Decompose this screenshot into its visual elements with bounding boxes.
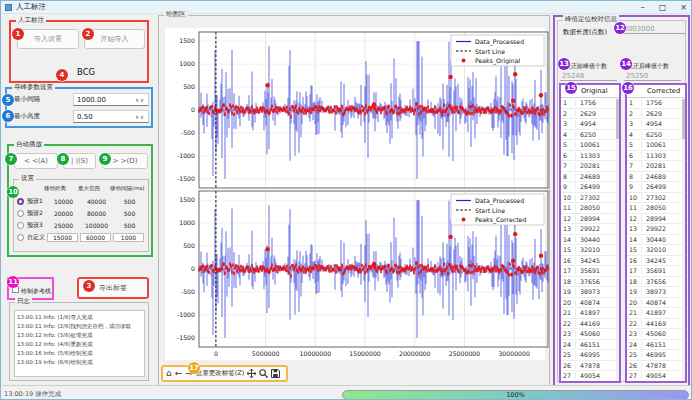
autoplay-prev-button[interactable]: < <(A) <box>14 153 58 169</box>
row-index: 14 <box>627 236 642 243</box>
table-row[interactable]: 1837656 <box>627 277 685 288</box>
table-row[interactable]: 1329922 <box>561 224 619 235</box>
preset-row[interactable]: 预设22000080000500 <box>17 208 149 219</box>
table-row[interactable]: 11756 <box>627 98 685 109</box>
chart-bottom[interactable]: Data_ProcessedStart LinePeaks_Corrected <box>159 189 551 350</box>
radio-unselected[interactable] <box>17 210 24 217</box>
table-row[interactable]: 46250 <box>561 130 619 141</box>
table-row[interactable]: 1329922 <box>627 224 685 235</box>
table-row[interactable]: 926499 <box>561 182 619 193</box>
table-row[interactable]: 1735691 <box>561 266 619 277</box>
table-row[interactable]: 611303 <box>561 151 619 162</box>
data-length-field[interactable]: 33003000 <box>617 25 685 34</box>
radio-unselected[interactable] <box>17 234 24 241</box>
app-window: 人工标注 – □ × 人工标注 导入设置 开始导入 BCG 寻峰参数设置 最小间… <box>0 0 692 400</box>
preset-input[interactable]: 15000 <box>47 233 78 242</box>
table-row[interactable]: 1430440 <box>627 235 685 246</box>
preset-input[interactable]: 1000 <box>113 233 144 242</box>
corrected-peaks-table[interactable]: Corrected 117562262934954462505100616113… <box>625 83 687 383</box>
table-row[interactable]: 2141897 <box>561 308 619 319</box>
table-row[interactable]: 2749054 <box>561 371 619 382</box>
min-interval-spinner[interactable]: 1000.00 ∧∨ <box>73 93 149 106</box>
table-row[interactable]: 1027302 <box>561 193 619 204</box>
save-icon[interactable] <box>271 369 280 378</box>
table-row[interactable]: 1938973 <box>561 287 619 298</box>
back-icon[interactable]: ← <box>175 367 183 380</box>
table-row[interactable]: 2749054 <box>627 371 685 382</box>
radio-selected[interactable] <box>17 198 24 205</box>
close-button[interactable]: × <box>680 1 687 14</box>
batch-change-labels-button[interactable]: 批量更改标签(Z) <box>196 369 245 378</box>
table-row[interactable]: 1837656 <box>561 277 619 288</box>
table-row[interactable]: 720281 <box>561 161 619 172</box>
table-row[interactable]: 1228994 <box>627 214 685 225</box>
table-row[interactable]: 1228994 <box>561 214 619 225</box>
table-row[interactable]: 1634245 <box>561 256 619 267</box>
min-height-spinner[interactable]: 0.50 ∧∨ <box>73 110 149 123</box>
preset-row[interactable]: 预设325000100000500 <box>17 220 149 231</box>
table-row[interactable]: 1532010 <box>627 245 685 256</box>
radio-unselected[interactable] <box>17 222 24 229</box>
table-row[interactable]: 2345060 <box>627 329 685 340</box>
table-row[interactable]: 1027302 <box>627 193 685 204</box>
table-row[interactable]: 1128050 <box>561 203 619 214</box>
table-row[interactable]: 1532010 <box>561 245 619 256</box>
preset-row[interactable]: 预设11000040000500 <box>17 196 149 207</box>
table-row[interactable]: 1735691 <box>627 266 685 277</box>
table-row[interactable]: 1938973 <box>627 287 685 298</box>
table-row[interactable]: 926499 <box>627 182 685 193</box>
table-row[interactable]: 1634245 <box>627 256 685 267</box>
corrected-table-scrollbar[interactable] <box>682 99 685 383</box>
table-row[interactable]: 2647878 <box>627 361 685 372</box>
table-row[interactable]: 2546995 <box>561 350 619 361</box>
import-settings-button[interactable]: 导入设置 <box>17 29 79 49</box>
table-row[interactable]: 2446151 <box>627 340 685 351</box>
svg-text:Data_Processed: Data_Processed <box>475 38 524 46</box>
table-row[interactable]: 2546995 <box>627 350 685 361</box>
spinner-up-down-icon[interactable]: ∧∨ <box>135 97 145 103</box>
table-row[interactable]: 22629 <box>627 109 685 120</box>
table-row[interactable]: 46250 <box>627 130 685 141</box>
zoom-icon[interactable] <box>259 369 268 378</box>
spinner-up-down-icon[interactable]: ∧∨ <box>135 114 145 120</box>
log-lines[interactable]: 13:00:11 Info: (1/6)导入完成13:00:11 Info: (… <box>14 310 145 377</box>
before-count-field[interactable]: 25248 <box>560 72 617 81</box>
minimize-button[interactable]: – <box>641 1 645 14</box>
table-row[interactable]: 2345060 <box>561 329 619 340</box>
original-peaks-table[interactable]: Original 1175622629349544625051006161130… <box>559 83 621 383</box>
preset-label: 自定义 <box>27 233 47 242</box>
table-row[interactable]: 34954 <box>561 119 619 130</box>
table-row[interactable]: 2244169 <box>627 319 685 330</box>
preset-value: 40000 <box>80 198 113 205</box>
table-row[interactable]: 510061 <box>627 140 685 151</box>
original-table-scrollbar[interactable] <box>616 99 619 383</box>
table-row[interactable]: 1128050 <box>627 203 685 214</box>
row-index: 18 <box>561 278 576 285</box>
table-row[interactable]: 2446151 <box>561 340 619 351</box>
annotation-badge: 6 <box>2 110 14 122</box>
table-row[interactable]: 1430440 <box>561 235 619 246</box>
table-row[interactable]: 824689 <box>561 172 619 183</box>
after-count-field[interactable]: 25250 <box>624 72 681 81</box>
table-row[interactable]: 720281 <box>627 161 685 172</box>
preset-row[interactable]: 自定义15000600001000 <box>17 232 149 243</box>
table-row[interactable]: 34954 <box>627 119 685 130</box>
table-row[interactable]: 2647878 <box>561 361 619 372</box>
annotation-badge: 9 <box>99 153 111 165</box>
maximize-button[interactable]: □ <box>659 1 667 14</box>
table-row[interactable]: 11756 <box>561 98 619 109</box>
pan-icon[interactable] <box>247 369 256 378</box>
y-tick-label: 0 <box>164 106 195 113</box>
table-row[interactable]: 2141897 <box>627 308 685 319</box>
chart-top[interactable]: Data_ProcessedStart LinePeaks_Original <box>159 30 551 191</box>
home-icon[interactable]: ⌂ <box>166 367 172 380</box>
table-row[interactable]: 2244169 <box>561 319 619 330</box>
table-row[interactable]: 611303 <box>627 151 685 162</box>
table-row[interactable]: 2040874 <box>627 298 685 309</box>
table-row[interactable]: 2040874 <box>561 298 619 309</box>
preset-input[interactable]: 60000 <box>80 233 111 242</box>
table-row[interactable]: 824689 <box>627 172 685 183</box>
table-row[interactable]: 22629 <box>561 109 619 120</box>
peak-value: 6250 <box>642 131 662 138</box>
table-row[interactable]: 510061 <box>561 140 619 151</box>
